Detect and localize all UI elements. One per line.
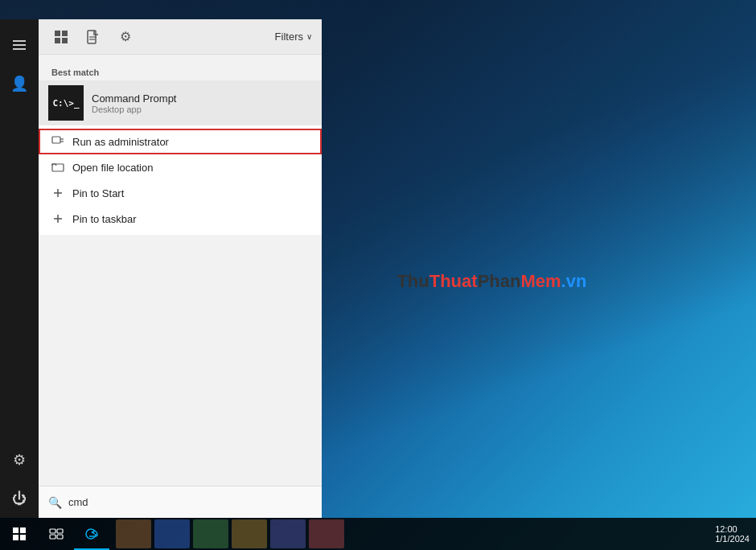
taskbar-app-2[interactable] [154, 519, 190, 548]
taskbar: 12:001/1/2024 [0, 518, 756, 550]
task-view-button[interactable] [39, 518, 74, 550]
action-pin-start[interactable]: Pin to Start [39, 180, 322, 206]
system-tray: 12:001/1/2024 [709, 524, 756, 544]
taskbar-app-6[interactable] [309, 519, 344, 548]
chevron-down-icon: ∨ [306, 32, 312, 41]
folder-open-icon [51, 162, 64, 173]
run-admin-icon [51, 135, 64, 148]
filters-label: Filters [275, 31, 303, 43]
start-results: Best match C:\>_ Command Prompt Desktop … [39, 55, 322, 486]
svg-rect-3 [62, 38, 68, 43]
app-info: Command Prompt Desktop app [92, 92, 176, 114]
sidebar-icon-power[interactable]: ⏻ [0, 479, 39, 518]
start-menu: 👤 ⚙ ⏻ [0, 19, 322, 518]
svg-rect-15 [50, 529, 55, 533]
start-toolbar: ⚙ Filters ∨ [39, 19, 322, 55]
svg-rect-18 [57, 535, 63, 539]
taskbar-app-4[interactable] [232, 519, 267, 548]
taskbar-app-5[interactable] [270, 519, 306, 548]
toolbar-icon-grid[interactable] [48, 24, 74, 50]
search-input[interactable] [68, 496, 312, 508]
start-button[interactable] [0, 518, 39, 550]
edge-icon [84, 527, 99, 541]
toolbar-icon-doc[interactable] [80, 24, 106, 50]
pin-start-icon [51, 187, 64, 199]
user-icon: 👤 [10, 75, 28, 92]
taskbar-app-1[interactable] [116, 519, 151, 548]
start-content: ⚙ Filters ∨ Best match C:\>_ Command Pro… [39, 19, 322, 518]
sidebar-icon-user[interactable]: 👤 [0, 64, 39, 103]
svg-rect-2 [55, 38, 60, 43]
hamburger-icon [13, 40, 26, 50]
svg-rect-0 [55, 31, 60, 36]
toolbar-icon-settings[interactable]: ⚙ [113, 24, 138, 50]
pin-start-label: Pin to Start [72, 187, 124, 199]
search-icon: 🔍 [48, 496, 62, 509]
sidebar-icon-settings[interactable]: ⚙ [0, 441, 39, 479]
grid-icon [54, 30, 68, 44]
taskbar-app-3[interactable] [193, 519, 228, 548]
context-actions: Run as administrator Open file location [39, 125, 322, 235]
taskbar-edge-button[interactable] [74, 518, 109, 550]
task-view-icon [49, 528, 64, 540]
open-location-label: Open file location [72, 162, 153, 174]
filters-button[interactable]: Filters ∨ [275, 31, 312, 43]
settings-icon: ⚙ [13, 451, 26, 469]
pin-taskbar-icon [51, 212, 64, 225]
svg-rect-17 [50, 535, 55, 539]
action-open-file-location[interactable]: Open file location [39, 154, 322, 180]
svg-rect-1 [62, 31, 68, 36]
action-pin-taskbar[interactable]: Pin to taskbar [39, 206, 322, 232]
run-admin-label: Run as administrator [72, 136, 169, 148]
svg-rect-7 [52, 137, 60, 143]
svg-rect-16 [57, 529, 63, 533]
app-subtitle: Desktop app [92, 105, 176, 114]
section-label: Best match [39, 64, 322, 80]
power-icon: ⏻ [12, 490, 27, 507]
app-name: Command Prompt [92, 92, 176, 105]
cmd-icon-text: C:\>_ [52, 98, 79, 109]
gear-icon: ⚙ [120, 29, 131, 44]
pin-taskbar-label: Pin to taskbar [72, 213, 137, 225]
folder-icon [51, 161, 64, 174]
svg-rect-10 [52, 164, 64, 171]
action-run-as-admin[interactable]: Run as administrator [39, 129, 322, 154]
windows-logo-icon [13, 527, 26, 540]
taskbar-pin-icon [52, 213, 64, 224]
taskbar-apps [109, 519, 709, 548]
start-search-bar: 🔍 [39, 486, 322, 518]
app-result-cmd[interactable]: C:\>_ Command Prompt Desktop app [39, 80, 322, 125]
cmd-app-icon: C:\>_ [48, 85, 84, 121]
start-sidebar: 👤 ⚙ ⏻ [0, 19, 39, 518]
sidebar-icon-hamburger[interactable] [0, 26, 39, 64]
document-icon [87, 30, 100, 44]
shield-icon [51, 136, 64, 147]
tray-time: 12:001/1/2024 [715, 524, 750, 544]
pin-icon [52, 187, 64, 199]
